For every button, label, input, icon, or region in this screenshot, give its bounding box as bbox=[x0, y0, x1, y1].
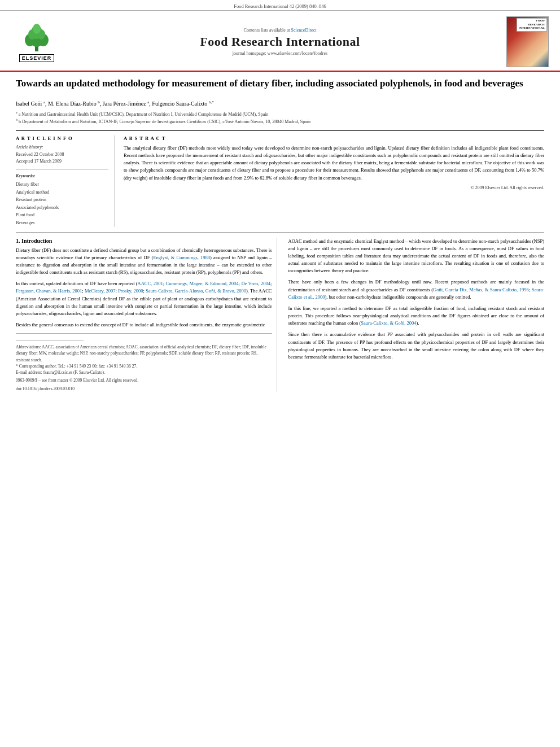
issn-line: 0963-9969/$ – see front matter © 2009 El… bbox=[16, 377, 272, 383]
keyword-plant-food: Plant food bbox=[16, 211, 108, 219]
keyword-resistant-protein: Resistant protein bbox=[16, 196, 108, 204]
author-perez-jimenez: Jara Pérez-Jiménez a, bbox=[103, 101, 152, 107]
article-info-abstract: A R T I C L E I N F O Article history: R… bbox=[16, 130, 544, 227]
abstract-heading: A B S T R A C T bbox=[124, 136, 544, 141]
saura-link[interactable]: Saura-Calixto, García-Alonso, Goñi, & Br… bbox=[146, 288, 246, 294]
mccleary-link[interactable]: McCleary, 2007 bbox=[85, 288, 116, 294]
footnote-email: E-mail address: fsaura@if.csic.es (F. Sa… bbox=[16, 369, 272, 375]
aacc-link[interactable]: AACC, 2001 bbox=[138, 281, 163, 286]
author-diaz-rubio: M. Elena Díaz-Rubio b, bbox=[48, 101, 103, 107]
accepted-date: Accepted 17 March 2009 bbox=[16, 158, 108, 165]
journal-title-area: Contents lists available at ScienceDirec… bbox=[62, 28, 498, 56]
article-info-heading: A R T I C L E I N F O bbox=[16, 136, 108, 141]
body-right-column: AOAC method and the enzymatic chemical E… bbox=[286, 238, 545, 392]
right-para3: In this line, we reported a method to de… bbox=[288, 305, 545, 327]
svg-point-7 bbox=[33, 24, 41, 34]
cover-badge: FOOD RESEARCH INTERNATIONAL bbox=[517, 18, 547, 32]
ferguson-link[interactable]: Ferguson, Chavan, & Harris, 2001 bbox=[16, 288, 82, 294]
intro-heading: 1. Introduction bbox=[16, 238, 272, 244]
article-history-title: Article history: bbox=[16, 145, 108, 150]
keywords-title: Keywords: bbox=[16, 173, 108, 178]
saura2004-link[interactable]: Saura-Calixto, & Goñi, 2004 bbox=[361, 320, 416, 326]
article-info-column: A R T I C L E I N F O Article history: R… bbox=[16, 136, 115, 227]
devries-link[interactable]: De Vries, 2004 bbox=[241, 281, 270, 286]
abstract-column: A B S T R A C T The analytical dietary f… bbox=[124, 136, 544, 227]
publisher-logo: ELSEVIER bbox=[11, 22, 62, 62]
englyst-link[interactable]: Englyst, & Cummings, 1988 bbox=[153, 255, 210, 260]
keyword-beverages: Beverages bbox=[16, 219, 108, 227]
elsevier-wordmark: ELSEVIER bbox=[19, 54, 55, 62]
keywords-section: Keywords: Dietary fiber Analytical metho… bbox=[16, 169, 108, 227]
journal-citation: Food Research International 42 (2009) 84… bbox=[0, 0, 560, 11]
prosky-link[interactable]: Prosky, 2000 bbox=[118, 288, 143, 294]
intro-para2: In this context, updated definitions of … bbox=[16, 280, 272, 317]
right-para1: AOAC method and the enzymatic chemical E… bbox=[288, 238, 545, 275]
doi-line: doi:10.1016/j.foodres.2009.03.010 bbox=[16, 386, 272, 392]
author-goni: Isabel Goñi a, bbox=[16, 101, 48, 107]
intro-para1: Dietary fiber (DF) does not constitute a… bbox=[16, 247, 272, 277]
copyright-line: © 2009 Elsevier Ltd. All rights reserved… bbox=[124, 185, 544, 190]
received-date: Received 22 October 2008 bbox=[16, 151, 108, 158]
journal-name: Food Research International bbox=[62, 34, 498, 49]
right-para4: Since then there is accumulative evidenc… bbox=[288, 331, 545, 361]
goni-link[interactable]: Goñi, García-Diz, Mañas, & Saura-Calixto… bbox=[433, 287, 529, 292]
affiliation-a: a a Nutrition and Gastrointestinal Healt… bbox=[16, 110, 544, 117]
intro-para3: Besides the general consensus to extend … bbox=[16, 321, 272, 329]
right-para2: There have only been a few changes in DF… bbox=[288, 278, 545, 301]
body-content: 1. Introduction Dietary fiber (DF) does … bbox=[16, 233, 544, 392]
article-title: Towards an updated methodology for measu… bbox=[16, 77, 544, 94]
journal-cover: FOOD RESEARCH INTERNATIONAL bbox=[498, 16, 549, 67]
body-left-column: 1. Introduction Dietary fiber (DF) does … bbox=[16, 238, 277, 392]
keyword-analytical-method: Analytical method bbox=[16, 189, 108, 196]
keyword-dietary-fiber: Dietary fiber bbox=[16, 181, 108, 189]
authors: Isabel Goñi a, M. Elena Díaz-Rubio b, Ja… bbox=[16, 99, 544, 108]
sciencedirect-link[interactable]: ScienceDirect bbox=[291, 28, 317, 33]
journal-banner: ELSEVIER Contents lists available at Sci… bbox=[0, 13, 560, 72]
article-content: Towards an updated methodology for measu… bbox=[0, 72, 560, 397]
affiliations: a a Nutrition and Gastrointestinal Healt… bbox=[16, 110, 544, 125]
footnote-corresponding: * Corresponding author. Tel.: +34 91 549… bbox=[16, 363, 272, 369]
cummings-link[interactable]: Cummings, Magee, & Edmond, 2004 bbox=[166, 281, 239, 286]
cover-image: FOOD RESEARCH INTERNATIONAL bbox=[506, 16, 549, 67]
footnote-abbreviations: Abbreviations: AACC, association of Amer… bbox=[16, 344, 272, 363]
abstract-text: The analytical dietary fiber (DF) method… bbox=[124, 145, 544, 182]
body-two-col: 1. Introduction Dietary fiber (DF) does … bbox=[16, 238, 544, 392]
footnote-divider bbox=[16, 340, 84, 340]
affiliation-b: b b Department of Metabolism and Nutriti… bbox=[16, 117, 544, 125]
sciencedirect-line: Contents lists available at ScienceDirec… bbox=[62, 28, 498, 33]
journal-homepage-line: journal homepage: www.elsevier.com/locat… bbox=[62, 51, 498, 56]
footnotes: Abbreviations: AACC, association of Amer… bbox=[16, 333, 272, 392]
elsevier-tree-icon bbox=[20, 22, 54, 53]
author-saura-calixto: Fulgencio Saura-Calixto b,* bbox=[152, 101, 213, 107]
keyword-polyphenols: Associated polyphenols bbox=[16, 204, 108, 212]
